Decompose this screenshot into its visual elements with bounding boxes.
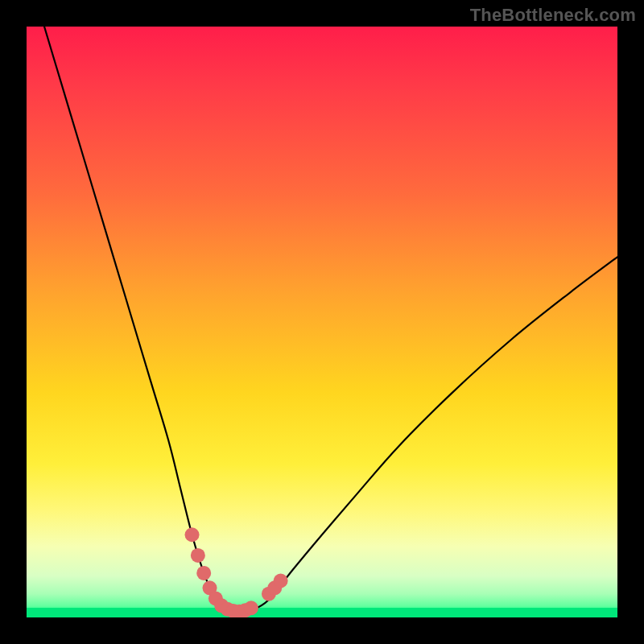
marker-dot bbox=[244, 601, 258, 615]
marker-dot bbox=[196, 566, 211, 580]
sweet-spot-markers bbox=[185, 527, 288, 617]
plot-area bbox=[27, 27, 617, 617]
watermark-text: TheBottleneck.com bbox=[470, 5, 636, 26]
marker-dot bbox=[274, 573, 288, 588]
marker-dot bbox=[191, 548, 205, 563]
bottleneck-curve bbox=[44, 27, 617, 612]
chart-overlay bbox=[27, 27, 617, 617]
chart-stage: TheBottleneck.com bbox=[0, 0, 644, 644]
marker-dot bbox=[185, 527, 200, 542]
